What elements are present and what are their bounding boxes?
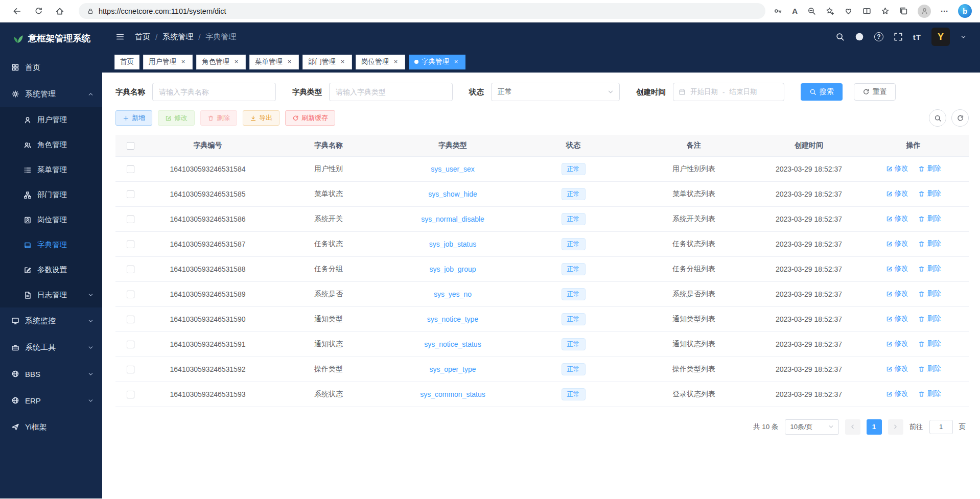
- more-options-icon[interactable]: ···: [941, 7, 948, 15]
- export-button[interactable]: 导出: [243, 110, 279, 126]
- bing-logo-icon[interactable]: b: [958, 4, 972, 18]
- page-size-select[interactable]: 10条/页: [785, 419, 839, 435]
- sidebar-item-post-management[interactable]: 岗位管理: [0, 207, 102, 232]
- status-select[interactable]: 正常: [491, 83, 620, 101]
- delete-link[interactable]: 删除: [918, 314, 941, 323]
- row-checkbox[interactable]: [127, 266, 134, 273]
- collections-icon[interactable]: [899, 7, 908, 15]
- home-button[interactable]: [51, 3, 68, 20]
- dict-type-link[interactable]: sys_common_status: [420, 390, 485, 398]
- tab-role-management[interactable]: 角色管理 ×: [196, 55, 246, 69]
- table-row[interactable]: 1641030593246531586 系统开关 sys_normal_disa…: [115, 206, 969, 231]
- table-row[interactable]: 1641030593246531593 系统状态 sys_common_stat…: [115, 382, 969, 407]
- sidebar-item-bbs[interactable]: BBS: [0, 361, 102, 387]
- split-screen-icon[interactable]: [862, 7, 871, 15]
- github-icon[interactable]: [855, 32, 864, 41]
- refresh-cache-button[interactable]: 刷新缓存: [285, 110, 335, 126]
- user-avatar[interactable]: Y: [931, 28, 950, 46]
- breadcrumb-home[interactable]: 首页: [135, 32, 150, 42]
- favorites-icon[interactable]: [881, 7, 890, 15]
- close-icon[interactable]: ×: [232, 58, 240, 66]
- edit-link[interactable]: 修改: [886, 214, 908, 223]
- delete-link[interactable]: 删除: [918, 189, 941, 198]
- edit-link[interactable]: 修改: [886, 264, 908, 273]
- read-aloud-icon[interactable]: A: [792, 7, 798, 15]
- select-all-checkbox[interactable]: [127, 142, 134, 150]
- table-row[interactable]: 1641030593246531589 系统是否 sys_yes_no 正常 系…: [115, 281, 969, 306]
- date-range-picker[interactable]: 开始日期 - 结束日期: [673, 83, 784, 101]
- sidebar-item-erp[interactable]: ERP: [0, 387, 102, 414]
- dict-type-link[interactable]: sys_yes_no: [434, 290, 472, 298]
- dict-type-link[interactable]: sys_show_hide: [428, 190, 477, 198]
- sidebar-item-role-management[interactable]: 角色管理: [0, 132, 102, 157]
- delete-link[interactable]: 删除: [918, 164, 941, 173]
- sidebar-item-system-monitor[interactable]: 系统监控: [0, 307, 102, 334]
- dict-type-link[interactable]: sys_job_status: [429, 240, 477, 248]
- sidebar-item-param-settings[interactable]: 参数设置: [0, 257, 102, 282]
- sidebar-item-yi-framework[interactable]: Yi框架: [0, 414, 102, 440]
- tab-dept-management[interactable]: 部门管理 ×: [302, 55, 352, 69]
- delete-link[interactable]: 删除: [918, 239, 941, 248]
- close-icon[interactable]: ×: [286, 58, 293, 66]
- row-checkbox[interactable]: [127, 191, 134, 198]
- edit-link[interactable]: 修改: [886, 189, 908, 198]
- add-button[interactable]: 新增: [115, 110, 152, 126]
- search-icon[interactable]: [835, 32, 845, 41]
- delete-link[interactable]: 删除: [918, 364, 941, 373]
- dict-type-link[interactable]: sys_user_sex: [431, 165, 475, 173]
- prev-page-button[interactable]: [845, 419, 860, 435]
- font-size-icon[interactable]: tT: [913, 33, 921, 41]
- goto-page-input[interactable]: [929, 420, 953, 434]
- edit-link[interactable]: 修改: [886, 289, 908, 298]
- dict-type-link[interactable]: sys_notice_type: [427, 315, 478, 323]
- tab-user-management[interactable]: 用户管理 ×: [143, 55, 193, 69]
- sidebar-item-log-management[interactable]: 日志管理: [0, 282, 102, 307]
- delete-link[interactable]: 删除: [918, 389, 941, 398]
- edit-link[interactable]: 修改: [886, 164, 908, 173]
- page-1-button[interactable]: 1: [867, 419, 882, 435]
- close-icon[interactable]: ×: [392, 58, 400, 66]
- table-row[interactable]: 1641030593246531584 用户性别 sys_user_sex 正常…: [115, 156, 969, 181]
- row-checkbox[interactable]: [127, 241, 134, 248]
- password-key-icon[interactable]: [774, 7, 782, 15]
- refresh-button[interactable]: [30, 3, 47, 20]
- sidebar-item-system-tools[interactable]: 系统工具: [0, 334, 102, 361]
- address-bar[interactable]: https://ccnetcore.com:1101/system/dict: [79, 3, 765, 19]
- close-icon[interactable]: ×: [452, 58, 460, 66]
- tab-dict-management[interactable]: 字典管理 ×: [409, 55, 465, 69]
- tab-home[interactable]: 首页: [114, 55, 139, 69]
- row-checkbox[interactable]: [127, 165, 134, 173]
- sidebar-toggle-icon[interactable]: [115, 32, 125, 41]
- edit-button[interactable]: 修改: [158, 110, 195, 126]
- table-row[interactable]: 1641030593246531585 菜单状态 sys_show_hide 正…: [115, 181, 969, 206]
- dict-type-link[interactable]: sys_normal_disable: [421, 215, 484, 223]
- table-row[interactable]: 1641030593246531592 操作类型 sys_oper_type 正…: [115, 357, 969, 382]
- delete-link[interactable]: 删除: [918, 264, 941, 273]
- tab-post-management[interactable]: 岗位管理 ×: [356, 55, 405, 69]
- table-row[interactable]: 1641030593246531590 通知类型 sys_notice_type…: [115, 306, 969, 331]
- row-checkbox[interactable]: [127, 391, 134, 398]
- breadcrumb-system[interactable]: 系统管理: [162, 32, 193, 42]
- refresh-table-button[interactable]: [951, 109, 969, 127]
- search-button[interactable]: 搜索: [801, 83, 843, 101]
- delete-link[interactable]: 删除: [918, 289, 941, 298]
- edit-link[interactable]: 修改: [886, 339, 908, 348]
- edit-link[interactable]: 修改: [886, 314, 908, 323]
- table-row[interactable]: 1641030593246531587 任务状态 sys_job_status …: [115, 231, 969, 256]
- back-button[interactable]: [8, 3, 26, 20]
- table-row[interactable]: 1641030593246531588 任务分组 sys_job_group 正…: [115, 256, 969, 281]
- table-row[interactable]: 1641030593246531591 通知状态 sys_notice_stat…: [115, 331, 969, 357]
- delete-button[interactable]: 删除: [200, 110, 237, 126]
- browser-profile-avatar[interactable]: [918, 5, 931, 18]
- help-icon[interactable]: ?: [874, 32, 883, 41]
- edit-link[interactable]: 修改: [886, 389, 908, 398]
- sidebar-item-system-management[interactable]: 系统管理: [0, 81, 102, 107]
- dict-type-link[interactable]: sys_notice_status: [424, 340, 481, 348]
- delete-link[interactable]: 删除: [918, 214, 941, 223]
- row-checkbox[interactable]: [127, 316, 134, 323]
- dict-type-input[interactable]: [329, 83, 453, 101]
- row-checkbox[interactable]: [127, 291, 134, 298]
- row-checkbox[interactable]: [127, 366, 134, 373]
- tab-menu-management[interactable]: 菜单管理 ×: [249, 55, 299, 69]
- sidebar-item-menu-management[interactable]: 菜单管理: [0, 157, 102, 182]
